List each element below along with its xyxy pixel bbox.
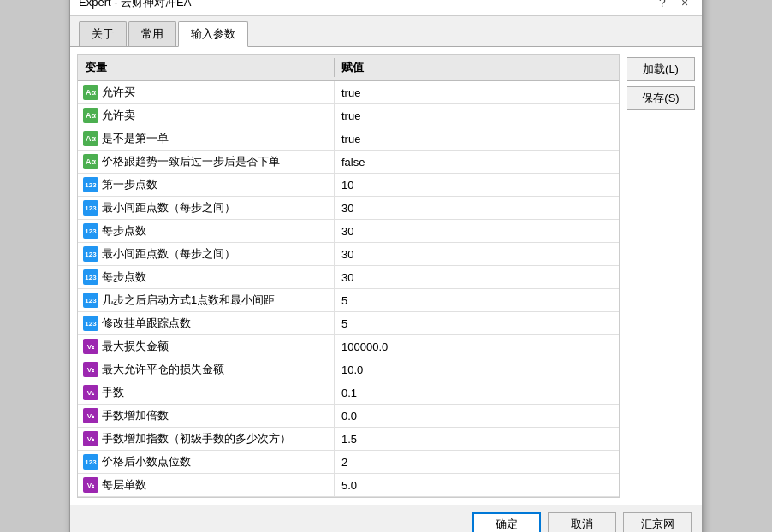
param-name: 是不是第一单 (102, 131, 169, 146)
param-value: 30 (335, 268, 619, 287)
param-value: 10 (335, 175, 619, 195)
load-button[interactable]: 加载(L) (627, 57, 695, 81)
param-name: 价格后小数点位数 (102, 454, 191, 470)
table-row[interactable]: 123最小间距点数（每步之间）30 (78, 243, 619, 266)
param-name: 每步点数 (102, 269, 146, 285)
extra-button[interactable]: 汇京网 (623, 512, 692, 532)
icon-123: 123 (83, 177, 98, 192)
icon-123: 123 (83, 454, 98, 470)
icon-v2: V₂ (83, 339, 98, 354)
bottom-bar: 确定 取消 汇京网 (70, 505, 702, 532)
param-name-cell: 123最小间距点数（每步之间） (78, 197, 335, 219)
close-button[interactable]: × (676, 0, 693, 11)
param-name-cell: Aα价格跟趋势一致后过一步后是否下单 (78, 151, 335, 173)
confirm-button[interactable]: 确定 (472, 512, 541, 532)
param-name: 最小间距点数（每步之间） (102, 246, 235, 262)
table-row[interactable]: V₂最大允许平仓的损失金额10.0 (78, 358, 619, 381)
param-name: 价格跟趋势一致后过一步后是否下单 (102, 154, 280, 169)
param-name: 手数 (102, 385, 124, 400)
table-row[interactable]: V₂手数增加倍数0.0 (78, 405, 619, 428)
param-value: true (335, 129, 619, 149)
param-value: 5 (335, 291, 619, 310)
icon-ab: Aα (83, 85, 98, 100)
param-value: 1.5 (335, 429, 619, 449)
param-name: 最大损失金额 (102, 339, 169, 354)
icon-v2: V₂ (83, 362, 98, 377)
table-row[interactable]: V₂手数0.1 (78, 381, 619, 405)
param-name-cell: V₂最大损失金额 (78, 335, 335, 358)
param-value: 10.0 (335, 360, 619, 380)
icon-123: 123 (83, 269, 98, 285)
help-button[interactable]: ? (654, 0, 671, 11)
param-value: 2 (335, 452, 619, 472)
param-name: 最小间距点数（每步之间） (102, 200, 235, 216)
param-name-cell: V₂手数增加倍数 (78, 405, 335, 427)
param-name-cell: V₂手数增加指数（初级手数的多少次方） (78, 428, 335, 450)
table-row[interactable]: Aα价格跟趋势一致后过一步后是否下单false (78, 151, 619, 174)
param-name: 每步点数 (102, 223, 146, 239)
param-name-cell: 123最小间距点数（每步之间） (78, 243, 335, 265)
param-name: 几步之后启动方式1点数和最小间距 (102, 293, 275, 308)
param-value: 30 (335, 198, 619, 218)
table-row[interactable]: 123价格后小数点位数2 (78, 451, 619, 474)
param-name-cell: V₂每层单数 (78, 474, 335, 496)
col-value-header: 赋值 (335, 58, 619, 77)
param-value: 5 (335, 314, 619, 334)
param-name-cell: V₂手数 (78, 381, 335, 404)
tab-about[interactable]: 关于 (79, 21, 127, 46)
side-buttons: 加载(L) 保存(S) (627, 54, 695, 498)
table-row[interactable]: 123几步之后启动方式1点数和最小间距5 (78, 289, 619, 312)
params-table: 变量 赋值 Aα允许买trueAα允许卖trueAα是不是第一单trueAα价格… (77, 54, 620, 498)
table-body[interactable]: Aα允许买trueAα允许卖trueAα是不是第一单trueAα价格跟趋势一致后… (78, 81, 619, 497)
table-row[interactable]: V₂最大损失金额100000.0 (78, 335, 619, 358)
table-row[interactable]: Aα是不是第一单true (78, 127, 619, 151)
icon-v2: V₂ (83, 477, 98, 493)
param-name: 手数增加倍数 (102, 408, 169, 423)
table-row[interactable]: 123每步点数30 (78, 220, 619, 243)
content-area: 变量 赋值 Aα允许买trueAα允许卖trueAα是不是第一单trueAα价格… (70, 47, 702, 505)
param-value: 30 (335, 222, 619, 241)
param-value: 5.0 (335, 476, 619, 495)
title-bar: Expert - 云财神对冲EA ? × (70, 0, 702, 16)
icon-ab: Aα (83, 154, 98, 169)
param-value: 0.1 (335, 383, 619, 403)
param-name-cell: 123每步点数 (78, 266, 335, 288)
icon-123: 123 (83, 316, 98, 331)
icon-123: 123 (83, 246, 98, 262)
param-name-cell: 123几步之后启动方式1点数和最小间距 (78, 289, 335, 311)
table-row[interactable]: V₂每层单数5.0 (78, 474, 619, 497)
param-name: 最大允许平仓的损失金额 (102, 362, 224, 377)
icon-v2: V₂ (83, 431, 98, 446)
param-name-cell: 123每步点数 (78, 220, 335, 242)
cancel-button[interactable]: 取消 (548, 512, 616, 532)
title-controls: ? × (654, 0, 693, 11)
save-button[interactable]: 保存(S) (627, 86, 695, 110)
param-name-cell: 123价格后小数点位数 (78, 451, 335, 473)
icon-v2: V₂ (83, 408, 98, 423)
table-row[interactable]: 123最小间距点数（每步之间）30 (78, 197, 619, 220)
param-name-cell: 123修改挂单跟踪点数 (78, 312, 335, 334)
table-row[interactable]: V₂手数增加指数（初级手数的多少次方）1.5 (78, 428, 619, 451)
table-row[interactable]: 123每步点数30 (78, 266, 619, 289)
param-value: 100000.0 (335, 337, 619, 357)
col-name-header: 变量 (78, 58, 335, 77)
tab-bar: 关于 常用 输入参数 (70, 16, 702, 47)
table-row[interactable]: 123第一步点数10 (78, 174, 619, 197)
param-name: 手数增加指数（初级手数的多少次方） (102, 431, 291, 446)
param-name-cell: Aα是不是第一单 (78, 127, 335, 150)
table-row[interactable]: Aα允许买true (78, 81, 619, 104)
dialog-title: Expert - 云财神对冲EA (79, 0, 191, 10)
table-row[interactable]: Aα允许卖true (78, 104, 619, 127)
param-value: 30 (335, 245, 619, 264)
table-row[interactable]: 123修改挂单跟踪点数5 (78, 312, 619, 335)
tab-common[interactable]: 常用 (128, 21, 176, 46)
icon-123: 123 (83, 293, 98, 308)
main-dialog: Expert - 云财神对冲EA ? × 关于 常用 输入参数 变量 赋值 Aα… (69, 0, 703, 532)
param-name: 每层单数 (102, 477, 146, 493)
icon-123: 123 (83, 223, 98, 239)
icon-123: 123 (83, 200, 98, 216)
param-name-cell: Aα允许卖 (78, 104, 335, 127)
icon-ab: Aα (83, 131, 98, 146)
param-name: 修改挂单跟踪点数 (102, 316, 191, 331)
tab-input-params[interactable]: 输入参数 (178, 21, 248, 47)
